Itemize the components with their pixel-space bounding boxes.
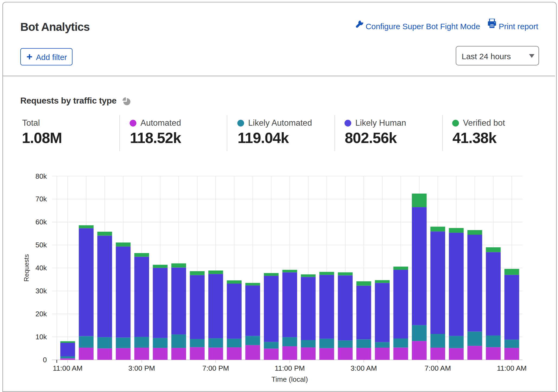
svg-text:11:00 PM: 11:00 PM [275,364,305,372]
svg-text:50k: 50k [35,241,47,249]
svg-text:Time (local): Time (local) [271,375,308,383]
svg-text:Requests: Requests [23,254,30,281]
svg-text:0: 0 [43,356,47,364]
svg-text:10k: 10k [35,333,47,341]
svg-text:70k: 70k [35,195,47,203]
svg-text:3:00 PM: 3:00 PM [128,364,155,372]
svg-text:40k: 40k [35,264,47,272]
svg-text:30k: 30k [35,287,47,295]
svg-text:80k: 80k [35,172,47,180]
svg-text:20k: 20k [35,310,47,318]
svg-text:11:00 AM: 11:00 AM [53,364,83,372]
svg-text:11:00 AM: 11:00 AM [497,364,527,372]
svg-text:7:00 AM: 7:00 AM [425,364,451,372]
svg-text:60k: 60k [35,218,47,226]
svg-text:3:00 AM: 3:00 AM [351,364,377,372]
svg-text:7:00 PM: 7:00 PM [202,364,229,372]
